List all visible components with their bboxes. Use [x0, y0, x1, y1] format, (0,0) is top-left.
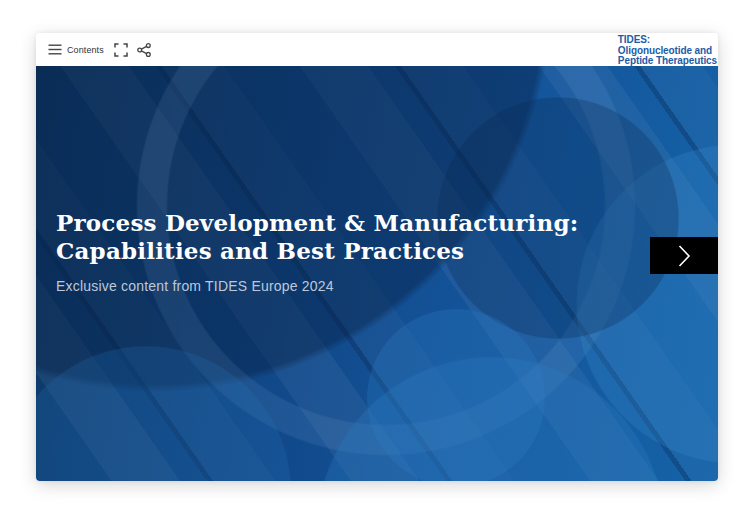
- brand-logo: TIDES: Oligonucleotide and Peptide Thera…: [618, 35, 717, 67]
- viewer-header: Contents TIDES: Oligonucleotide and Pept: [36, 33, 718, 66]
- cover-page: Process Development & Manufacturing: Cap…: [36, 66, 718, 481]
- next-page-button[interactable]: [650, 237, 718, 274]
- brand-line-3: Peptide Therapeutics: [618, 56, 717, 67]
- cover-title: Process Development & Manufacturing: Cap…: [56, 209, 578, 265]
- fullscreen-button[interactable]: [114, 43, 128, 57]
- cover-subtitle: Exclusive content from TIDES Europe 2024: [56, 278, 578, 294]
- viewer-card: Contents TIDES: Oligonucleotide and Pept: [36, 33, 718, 481]
- contents-label: Contents: [67, 45, 104, 55]
- chevron-right-icon: [678, 244, 691, 268]
- cover-text-block: Process Development & Manufacturing: Cap…: [56, 209, 578, 294]
- hamburger-menu-icon: [48, 44, 62, 55]
- brand-line-1: TIDES:: [618, 35, 717, 46]
- cover-title-line-2: Capabilities and Best Practices: [56, 237, 578, 265]
- cover-title-line-1: Process Development & Manufacturing:: [56, 209, 578, 237]
- share-button[interactable]: [137, 43, 151, 57]
- contents-button[interactable]: Contents: [48, 44, 104, 55]
